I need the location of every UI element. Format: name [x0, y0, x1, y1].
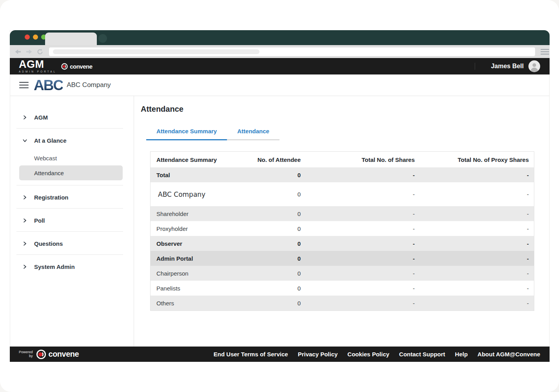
chevron-right-icon — [22, 115, 27, 120]
chevron-right-icon — [22, 195, 27, 200]
footer-link[interactable]: Help — [455, 351, 468, 358]
new-tab-circle[interactable] — [98, 34, 107, 43]
row-value: 0 — [229, 167, 305, 182]
header-separator — [475, 63, 475, 70]
footer-link[interactable]: Cookies Policy — [347, 351, 389, 358]
row-value: - — [305, 281, 419, 296]
row-value: 0 — [229, 206, 305, 221]
sidebar-item-label: Poll — [34, 217, 45, 224]
row-label: Admin Portal — [151, 251, 229, 266]
url-placeholder-pill — [53, 49, 260, 54]
app-header: AGM ADMIN PORTAL convene James Bell — [10, 58, 550, 74]
sidebar-item-attendance[interactable]: Attendance — [19, 165, 123, 180]
sidebar-item-webcast[interactable]: Webcast — [19, 151, 123, 165]
agm-logo-subtext: ADMIN PORTAL — [19, 71, 56, 73]
reload-icon[interactable] — [36, 49, 44, 55]
row-label: Panelists — [151, 281, 229, 296]
agm-logo-text: AGM — [19, 59, 56, 70]
sidebar-item-label: Registration — [34, 194, 69, 201]
back-icon[interactable] — [15, 49, 22, 55]
row-value: - — [419, 266, 534, 281]
sidebar-item-label: System Admin — [34, 263, 75, 270]
row-value: - — [419, 296, 534, 310]
convene-logo-icon — [36, 349, 46, 359]
browser-titlebar — [10, 30, 550, 45]
browser-menu-icon[interactable] — [541, 49, 549, 54]
page-canvas: AGM ADMIN PORTAL convene James Bell — [0, 0, 559, 392]
attendance-summary-table: Attendance Summary No. of Attendee Total… — [150, 151, 534, 311]
content-area: AGM At a Glance Webcast Attendance Regis… — [10, 96, 549, 347]
table-row: Total0-- — [151, 167, 534, 182]
tab-attendance-summary[interactable]: Attendance Summary — [146, 125, 227, 140]
tab-attendance[interactable]: Attendance — [227, 125, 280, 140]
sidebar-item-label: Questions — [34, 240, 63, 247]
divider — [16, 128, 123, 129]
table-row: Others0-- — [151, 296, 534, 310]
column-header: No. of Attendee — [229, 152, 305, 167]
browser-window: AGM ADMIN PORTAL convene James Bell — [10, 30, 550, 362]
row-value: 0 — [229, 251, 305, 266]
user-avatar[interactable] — [528, 60, 540, 72]
sidebar-item-registration[interactable]: Registration — [10, 187, 134, 207]
sidebar-subitem-label: Attendance — [34, 170, 64, 176]
footer-link[interactable]: Privacy Policy — [298, 351, 338, 358]
row-value: - — [305, 206, 419, 221]
footer-link[interactable]: Contact Support — [399, 351, 445, 358]
agm-logo: AGM ADMIN PORTAL — [19, 59, 56, 73]
row-value: - — [305, 266, 419, 281]
browser-toolbar — [10, 45, 550, 58]
abc-logo: ABC — [34, 78, 63, 93]
sidebar-item-at-a-glance[interactable]: At a Glance — [10, 130, 134, 151]
sidebar-item-poll[interactable]: Poll — [10, 210, 134, 230]
column-header: Total No. of Proxy Shares — [419, 152, 534, 167]
footer-link[interactable]: About AGM@Convene — [477, 351, 540, 358]
close-window-button[interactable] — [25, 34, 30, 40]
sidebar-item-agm[interactable]: AGM — [10, 107, 134, 127]
sidebar-item-questions[interactable]: Questions — [10, 233, 134, 254]
table-row: Panelists0-- — [151, 281, 534, 296]
table-row: Chairperson0-- — [151, 266, 534, 281]
row-value: - — [305, 182, 419, 206]
row-value: - — [419, 236, 534, 251]
row-label: Shareholder — [151, 206, 229, 221]
row-label: Others — [151, 296, 229, 310]
sidebar-item-label: AGM — [34, 114, 48, 121]
footer-links: End User Terms of ServicePrivacy PolicyC… — [214, 351, 550, 358]
chevron-right-icon — [22, 264, 27, 269]
chevron-down-icon — [22, 138, 27, 143]
row-value: 0 — [229, 221, 305, 236]
tab-bar: Attendance Summary Attendance — [146, 125, 551, 140]
row-value: - — [419, 251, 534, 266]
convene-wordmark: convene — [70, 63, 92, 70]
browser-tab[interactable] — [45, 33, 97, 45]
table-row: Admin Portal0-- — [151, 251, 534, 266]
forward-icon[interactable] — [25, 49, 33, 55]
main-panel: Attendance Attendance Summary Attendance… — [134, 96, 551, 347]
convene-wordmark: convene — [49, 350, 79, 359]
row-value: - — [419, 167, 534, 182]
row-value: - — [419, 281, 534, 296]
divider — [16, 254, 123, 255]
row-value: 0 — [229, 296, 305, 310]
company-name: ABC Company — [67, 81, 111, 89]
address-bar[interactable] — [49, 47, 535, 56]
sidebar-item-system-admin[interactable]: System Admin — [10, 256, 134, 277]
footer-link[interactable]: End User Terms of Service — [214, 351, 288, 358]
row-value: - — [305, 167, 419, 182]
minimize-window-button[interactable] — [33, 34, 38, 40]
row-value: - — [419, 182, 534, 206]
row-value: 0 — [229, 266, 305, 281]
divider — [16, 208, 123, 209]
row-value: 0 — [229, 236, 305, 251]
user-name[interactable]: James Bell — [491, 63, 524, 70]
row-label: Proxyholder — [151, 221, 229, 236]
column-header: Attendance Summary — [151, 152, 229, 167]
sidebar-toggle-icon[interactable] — [19, 82, 29, 89]
divider — [16, 231, 123, 232]
footer: Powered by convene End User Terms of Ser… — [10, 347, 550, 362]
footer-convene-logo: convene — [36, 349, 79, 359]
page-title: Attendance — [141, 105, 551, 114]
table-header-row: Attendance Summary No. of Attendee Total… — [151, 152, 534, 167]
table-row: Observer0-- — [151, 236, 534, 251]
table-row: Proxyholder0-- — [151, 221, 534, 236]
